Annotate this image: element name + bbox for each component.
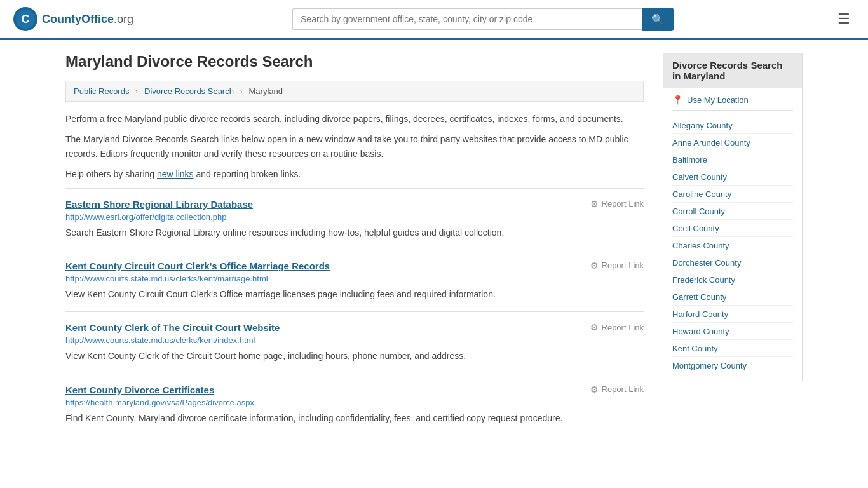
new-links-link[interactable]: new links (157, 169, 194, 179)
county-link-12[interactable]: Howard County (672, 327, 729, 336)
results-container: Eastern Shore Regional Library Database … (65, 188, 644, 436)
description-3-prefix: Help others by sharing (65, 169, 157, 179)
report-label-0: Report Link (602, 199, 644, 208)
description-3-suffix: and reporting broken links. (194, 169, 301, 179)
search-button[interactable]: 🔍 (642, 8, 674, 31)
result-desc-0: Search Eastern Shore Regional Library on… (65, 226, 644, 240)
county-list-item: Howard County (672, 323, 793, 340)
county-list-item: Caroline County (672, 186, 793, 203)
use-location-label: Use My Location (687, 95, 749, 105)
result-item: Kent County Circuit Court Clerk's Office… (65, 250, 644, 311)
report-link-0[interactable]: ⚙ Report Link (590, 199, 644, 209)
sidebar-title: Divorce Records Search in Maryland (663, 53, 803, 88)
breadcrumb-sep-2: › (240, 86, 243, 96)
report-icon-0: ⚙ (590, 199, 599, 209)
county-link-10[interactable]: Garrett County (672, 292, 726, 302)
report-link-1[interactable]: ⚙ Report Link (590, 261, 644, 271)
result-item: Kent County Clerk of The Circuit Court W… (65, 311, 644, 373)
breadcrumb-current: Maryland (249, 86, 283, 96)
county-list-item: Garrett County (672, 288, 793, 306)
county-link-0[interactable]: Allegany County (672, 121, 733, 130)
report-icon-1: ⚙ (590, 261, 599, 271)
description-1: Perform a free Maryland public divorce r… (65, 112, 644, 126)
county-list-item: Carroll County (672, 203, 793, 220)
report-label-2: Report Link (602, 323, 644, 332)
result-title-1[interactable]: Kent County Circuit Court Clerk's Office… (65, 261, 330, 271)
county-link-14[interactable]: Montgomery County (672, 361, 747, 370)
county-link-13[interactable]: Kent County (672, 344, 718, 353)
result-url-3: https://health.maryland.gov/vsa/Pages/di… (65, 398, 644, 407)
county-list: Allegany CountyAnne Arundel CountyBaltim… (672, 117, 793, 374)
search-area: 🔍 (292, 8, 674, 31)
description-3: Help others by sharing new links and rep… (65, 167, 644, 181)
content-area: Maryland Divorce Records Search Public R… (65, 53, 644, 435)
county-link-6[interactable]: Cecil County (672, 224, 719, 233)
county-link-3[interactable]: Calvert County (672, 172, 727, 182)
result-url-2: http://www.courts.state.md.us/clerks/ken… (65, 336, 644, 345)
county-link-1[interactable]: Anne Arundel County (672, 138, 750, 147)
county-list-item: Cecil County (672, 220, 793, 237)
result-header: Kent County Divorce Certificates ⚙ Repor… (65, 384, 644, 395)
breadcrumb: Public Records › Divorce Records Search … (65, 81, 644, 102)
page-title: Maryland Divorce Records Search (65, 53, 644, 71)
logo: C CountyOffice.org (13, 6, 133, 32)
breadcrumb-public-records[interactable]: Public Records (74, 86, 129, 96)
result-title-0[interactable]: Eastern Shore Regional Library Database (65, 199, 253, 210)
result-item: Kent County Divorce Certificates ⚙ Repor… (65, 374, 644, 435)
county-link-8[interactable]: Dorchester County (672, 258, 741, 268)
result-url-1: http://www.courts.state.md.us/clerks/ken… (65, 274, 644, 283)
county-list-item: Harford County (672, 306, 793, 323)
county-link-11[interactable]: Harford County (672, 309, 728, 319)
result-item: Eastern Shore Regional Library Database … (65, 188, 644, 250)
main-container: Maryland Divorce Records Search Public R… (53, 40, 815, 448)
report-icon-2: ⚙ (590, 322, 599, 332)
location-pin-icon: 📍 (672, 95, 683, 105)
report-label-3: Report Link (602, 384, 644, 394)
county-link-5[interactable]: Carroll County (672, 207, 725, 216)
report-label-1: Report Link (602, 261, 644, 270)
county-link-9[interactable]: Frederick County (672, 275, 735, 285)
sidebar: Divorce Records Search in Maryland 📍 Use… (663, 53, 803, 435)
county-list-item: Allegany County (672, 117, 793, 134)
breadcrumb-sep-1: › (135, 86, 138, 96)
logo-text: CountyOffice.org (42, 13, 133, 26)
svg-text:C: C (22, 13, 30, 25)
result-header: Kent County Circuit Court Clerk's Office… (65, 261, 644, 271)
county-list-item: Calvert County (672, 168, 793, 186)
result-url-0: http://www.esrl.org/offer/digitalcollect… (65, 212, 644, 222)
report-link-3[interactable]: ⚙ Report Link (590, 384, 644, 395)
county-list-item: Dorchester County (672, 254, 793, 271)
county-link-2[interactable]: Baltimore (672, 155, 707, 165)
menu-icon[interactable]: ☰ (832, 8, 855, 30)
county-list-item: Montgomery County (672, 357, 793, 374)
county-link-4[interactable]: Caroline County (672, 189, 731, 199)
county-list-item: Kent County (672, 340, 793, 357)
county-list-item: Frederick County (672, 271, 793, 288)
breadcrumb-divorce-records[interactable]: Divorce Records Search (144, 86, 234, 96)
county-list-item: Charles County (672, 237, 793, 254)
report-icon-3: ⚙ (590, 384, 599, 395)
county-list-item: Baltimore (672, 151, 793, 168)
county-link-7[interactable]: Charles County (672, 241, 729, 250)
search-input[interactable] (292, 8, 642, 30)
report-link-2[interactable]: ⚙ Report Link (590, 322, 644, 332)
county-list-item: Anne Arundel County (672, 134, 793, 151)
result-desc-1: View Kent County Circuit Court Clerk's O… (65, 287, 644, 301)
result-title-3[interactable]: Kent County Divorce Certificates (65, 384, 214, 395)
use-my-location[interactable]: 📍 Use My Location (672, 95, 793, 111)
result-title-2[interactable]: Kent County Clerk of The Circuit Court W… (65, 322, 280, 333)
sidebar-content: 📍 Use My Location Allegany CountyAnne Ar… (663, 88, 803, 381)
logo-icon: C (13, 6, 38, 32)
result-desc-2: View Kent County Clerk of the Circuit Co… (65, 349, 644, 363)
header: C CountyOffice.org 🔍 ☰ (0, 0, 868, 40)
result-header: Kent County Clerk of The Circuit Court W… (65, 322, 644, 333)
result-header: Eastern Shore Regional Library Database … (65, 199, 644, 210)
result-desc-3: Find Kent County, Maryland divorce certi… (65, 411, 644, 425)
description-2: The Maryland Divorce Records Search link… (65, 132, 644, 161)
